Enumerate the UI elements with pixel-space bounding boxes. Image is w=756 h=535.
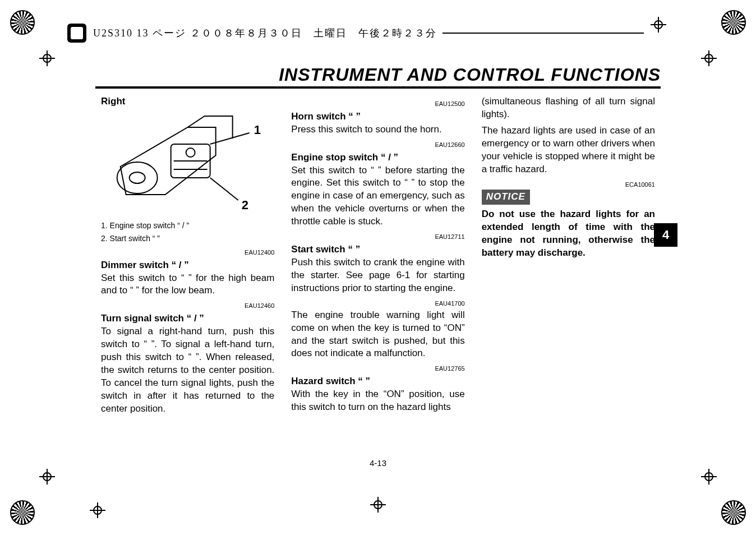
page-title: INSTRUMENT AND CONTROL FUNCTIONS [279,64,661,85]
crop-mark-icon [39,469,55,485]
chapter-tab: 4 [654,223,677,247]
hazard-usage: The hazard lights are used in case of an… [482,124,655,176]
crop-mark-icon [701,469,717,485]
ref-code: EAU12460 [101,302,274,310]
hazard-continuation: (simultaneous flashing of all turn signa… [482,95,655,121]
chapter-number: 4 [662,228,669,242]
header-file-info: U2S310 13 ページ ２００８年８月３０日 土曜日 午後２時２３分 [93,26,437,40]
turn-signal-body: To signal a right-hand turn, push this s… [101,325,274,416]
title-bar: INSTRUMENT AND CONTROL FUNCTIONS [95,64,661,89]
ref-code: EAU41700 [291,299,464,308]
diagram-legend: 1. Engine stop switch “ / ” 2. Start swi… [101,220,274,244]
ref-code: EAU12711 [291,233,464,241]
hazard-switch-body: With the key in the “ON” position, use t… [291,388,464,414]
callout-2: 2 [242,198,248,212]
registration-mark-icon [10,10,35,35]
registration-mark-icon [721,500,746,525]
dimmer-switch-body: Set this switch to “ ” for the high beam… [101,272,274,298]
callout-1: 1 [254,123,261,137]
notice-label: NOTICE [482,190,530,205]
page: U2S310 13 ページ ２００８年８月３０日 土曜日 午後２時２３分 INS… [0,0,756,535]
ref-code: EAU12500 [291,100,464,108]
header-rule [442,33,644,34]
ref-code: EAU12400 [101,248,274,257]
engine-stop-heading: Engine stop switch “ / ” [291,151,464,164]
registration-mark-icon [10,500,35,525]
horn-switch-heading: Horn switch “ ” [291,110,464,123]
diagram-label: Right [101,95,274,108]
crop-mark-icon [39,50,55,66]
column-1: Right 1 2 [101,95,274,473]
engine-stop-body: Set this switch to “ ” before starting t… [291,164,464,229]
ref-code: EAU12765 [291,365,464,373]
document-icon [67,24,86,43]
header-text: U2S310 13 ページ ２００８年８月３０日 土曜日 午後２時２３分 [93,27,437,39]
crop-mark-icon [90,502,105,518]
hazard-switch-heading: Hazard switch “ ” [291,375,464,388]
handlebar-diagram: 1 2 [101,110,274,217]
content-area: Right 1 2 [101,95,655,473]
legend-item-2: 2. Start switch “ ” [101,233,274,244]
crop-mark-icon [651,17,666,33]
svg-point-3 [186,148,195,157]
column-3: (simultaneous flashing of all turn signa… [482,95,655,473]
turn-signal-heading: Turn signal switch “ / ” [101,312,274,325]
notice-body: Do not use the hazard lights for an exte… [482,208,655,260]
start-switch-heading: Start switch “ ” [291,243,464,256]
column-2: EAU12500 Horn switch “ ” Press this swit… [291,95,464,473]
registration-mark-icon [721,10,746,35]
dimmer-switch-heading: Dimmer switch “ / ” [101,259,274,272]
header-bar: U2S310 13 ページ ２００８年８月３０日 土曜日 午後２時２３分 [67,24,649,43]
page-number: 4-13 [370,458,386,468]
start-switch-body: Push this switch to crank the engine wit… [291,256,464,295]
svg-point-1 [130,172,145,183]
legend-item-1: 1. Engine stop switch “ / ” [101,220,274,231]
ref-code: EAU12660 [291,141,464,149]
ref-code: ECA10061 [482,181,655,189]
crop-mark-icon [370,497,386,513]
crop-mark-icon [701,50,717,66]
horn-switch-body: Press this switch to sound the horn. [291,123,464,136]
warning-light-body: The engine trouble warning light will co… [291,309,464,361]
